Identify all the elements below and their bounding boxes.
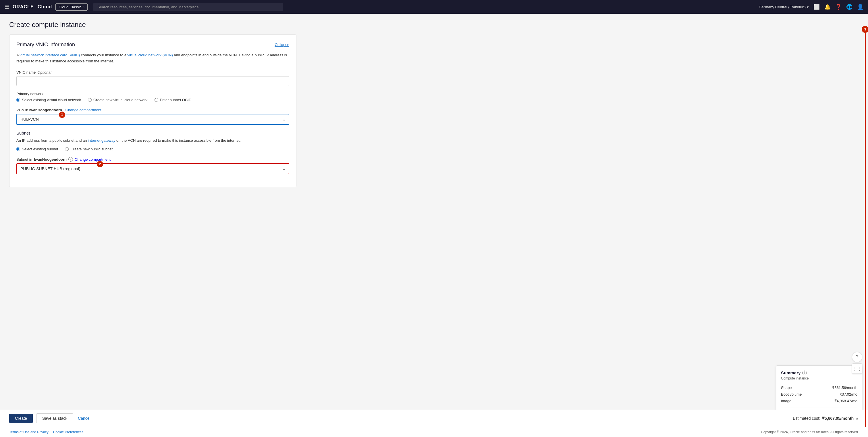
subnet-select[interactable]: PUBLIC-SUBNET-HUB (regional) bbox=[17, 163, 289, 174]
vnic-name-group: VNIC name Optional bbox=[17, 70, 289, 86]
card-header: Primary VNIC information Collapse bbox=[17, 42, 289, 48]
summary-divider bbox=[781, 407, 857, 407]
subnet-select-container: PUBLIC-SUBNET-HUB (regional) ⌄ bbox=[17, 163, 289, 174]
primary-vnic-card: Primary VNIC information Collapse A virt… bbox=[9, 34, 297, 187]
estimated-cost-display: Estimated cost: ₹5,667.05/month ▲ bbox=[793, 416, 859, 420]
search-input[interactable] bbox=[93, 3, 283, 11]
vnic-name-input[interactable] bbox=[17, 76, 289, 86]
subnet-section-title: Subnet bbox=[17, 130, 289, 136]
subnet-radio-group: Select existing subnet Create new public… bbox=[17, 147, 289, 151]
estimated-cost-value: ₹5,667.05/month bbox=[822, 416, 854, 420]
collapse-link[interactable]: Collapse bbox=[275, 42, 289, 47]
subnet-info-icon[interactable]: i bbox=[68, 157, 73, 162]
summary-help-icon[interactable]: i bbox=[802, 371, 807, 375]
top-navigation: ☰ ORACLE Cloud Cloud Classic › Germany C… bbox=[0, 0, 868, 14]
summary-shape-label: Shape bbox=[781, 385, 792, 390]
radio-create-subnet-option[interactable]: Create new public subnet bbox=[65, 147, 113, 151]
cancel-link[interactable]: Cancel bbox=[77, 414, 92, 423]
page-title: Create compute instance bbox=[9, 21, 859, 29]
summary-image-row: Image ₹4,968.47/mo bbox=[781, 398, 857, 404]
footer-toolbar: Create Save as stack Cancel Estimated co… bbox=[0, 410, 868, 427]
vcn-link[interactable]: virtual cloud network (VCN) bbox=[127, 53, 173, 57]
oracle-logo: ORACLE Cloud bbox=[13, 4, 52, 9]
scrollbar-annotation-line bbox=[865, 26, 866, 427]
summary-title: Summary bbox=[781, 370, 801, 375]
topnav-right-actions: Germany Central (Frankfurt) ▾ ⬜ 🔔 ❓ 🌐 👤 bbox=[759, 4, 863, 10]
subnet-section: Subnet An IP address from a public subne… bbox=[17, 130, 289, 151]
vcn-select-wrapper: 1 HUB-VCN ⌄ bbox=[17, 114, 289, 125]
main-container: Create compute instance Primary VNIC inf… bbox=[0, 14, 868, 427]
vnic-link[interactable]: virtual network interface card (VNIC) bbox=[20, 53, 80, 57]
card-title: Primary VNIC information bbox=[17, 42, 75, 48]
hamburger-menu-icon[interactable]: ☰ bbox=[5, 4, 9, 10]
radio-create-vcn-option[interactable]: Create new virtual cloud network bbox=[88, 98, 148, 102]
summary-image-label: Image bbox=[781, 399, 791, 403]
summary-boot-volume-row: Boot volume ₹37.02/mo bbox=[781, 391, 857, 398]
summary-shape-value: ₹661.56/month bbox=[832, 385, 857, 390]
radio-subnet-ocid[interactable] bbox=[155, 98, 158, 102]
subnet-selector-group: Subnet in IwanHoogendoorn i Change compa… bbox=[17, 157, 289, 174]
subnet-label: Subnet in IwanHoogendoorn i Change compa… bbox=[17, 157, 289, 162]
summary-boot-volume-label: Boot volume bbox=[781, 392, 802, 397]
summary-image-value: ₹4,968.47/mo bbox=[834, 399, 857, 403]
annotation-badge-3: 3 bbox=[862, 26, 868, 33]
language-icon[interactable]: 🌐 bbox=[846, 4, 852, 10]
vcn-change-compartment-link[interactable]: Change compartment bbox=[65, 108, 101, 112]
notifications-icon[interactable]: 🔔 bbox=[824, 4, 831, 10]
vcn-label: VCN in IwanHoogendoorn Change compartmen… bbox=[17, 108, 289, 112]
primary-network-radio-group: Select existing virtual cloud network Cr… bbox=[17, 98, 289, 102]
user-profile-icon[interactable]: 👤 bbox=[857, 4, 863, 10]
region-label: Germany Central (Frankfurt) bbox=[759, 5, 806, 9]
summary-subtitle: Compute instance bbox=[781, 376, 857, 380]
region-selector[interactable]: Germany Central (Frankfurt) ▾ bbox=[759, 5, 809, 9]
cloud-classic-button[interactable]: Cloud Classic › bbox=[56, 3, 88, 11]
floating-help-button[interactable]: ? bbox=[852, 352, 862, 362]
floating-help-container: ? ⋮⋮ bbox=[852, 352, 862, 374]
search-bar[interactable] bbox=[93, 3, 283, 11]
radio-select-vcn-option[interactable]: Select existing virtual cloud network bbox=[17, 98, 81, 102]
radio-select-subnet-option[interactable]: Select existing subnet bbox=[17, 147, 58, 151]
radio-subnet-ocid-option[interactable]: Enter subnet OCID bbox=[155, 98, 192, 102]
vcn-select[interactable]: HUB-VCN bbox=[17, 114, 289, 125]
oracle-text: ORACLE bbox=[13, 4, 34, 9]
cloud-classic-label: Cloud Classic bbox=[59, 5, 81, 9]
cloud-classic-arrow-icon: › bbox=[83, 5, 85, 9]
region-chevron-icon: ▾ bbox=[807, 5, 809, 9]
vnic-name-label: VNIC name Optional bbox=[17, 70, 289, 75]
save-as-stack-button[interactable]: Save as stack bbox=[36, 413, 73, 423]
vnic-description: A virtual network interface card (VNIC) … bbox=[17, 52, 289, 64]
create-button[interactable]: Create bbox=[9, 414, 33, 423]
vcn-select-container: HUB-VCN ⌄ bbox=[17, 114, 289, 125]
page-content: Create compute instance Primary VNIC inf… bbox=[0, 14, 868, 427]
radio-select-vcn[interactable] bbox=[17, 98, 20, 102]
subnet-description: An IP address from a public subnet and a… bbox=[17, 138, 289, 144]
summary-header: Summary i bbox=[781, 370, 857, 375]
radio-select-subnet[interactable] bbox=[17, 147, 20, 151]
annotation-badge-1: 1 bbox=[59, 112, 65, 118]
subnet-change-compartment-link[interactable]: Change compartment bbox=[75, 157, 111, 162]
terminal-icon[interactable]: ⬜ bbox=[813, 4, 820, 10]
chevron-up-icon[interactable]: ▲ bbox=[855, 416, 859, 420]
subnet-select-wrapper: 2 PUBLIC-SUBNET-HUB (regional) ⌄ bbox=[17, 163, 289, 174]
help-icon[interactable]: ❓ bbox=[835, 4, 842, 10]
radio-create-vcn[interactable] bbox=[88, 98, 92, 102]
floating-grid-button[interactable]: ⋮⋮ bbox=[852, 363, 862, 374]
cloud-text: Cloud bbox=[38, 4, 52, 9]
summary-shape-row: Shape ₹661.56/month bbox=[781, 384, 857, 391]
primary-network-group: Primary network Select existing virtual … bbox=[17, 92, 289, 102]
radio-create-subnet[interactable] bbox=[65, 147, 69, 151]
summary-boot-volume-value: ₹37.02/mo bbox=[840, 392, 857, 397]
estimated-cost-label: Estimated cost: bbox=[793, 416, 820, 420]
primary-network-label: Primary network bbox=[17, 92, 289, 96]
internet-gateway-link[interactable]: internet gateway bbox=[88, 138, 115, 143]
vcn-selector-group: VCN in IwanHoogendoorn Change compartmen… bbox=[17, 108, 289, 125]
